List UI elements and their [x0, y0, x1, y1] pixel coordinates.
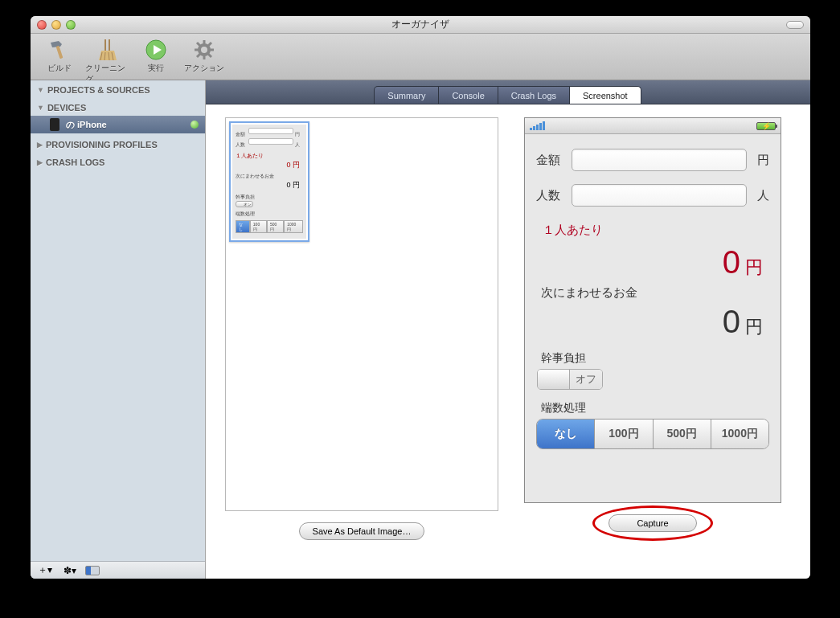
- rounding-segmented-control: なし100円500円1000円: [536, 419, 769, 449]
- switch-state-label: オフ: [570, 370, 602, 389]
- device-screen-preview: ⚡ 金額 円 人数 人: [524, 117, 781, 503]
- view-toggle-icon[interactable]: [85, 566, 100, 575]
- toolbar-toggle-pill[interactable]: [786, 21, 804, 29]
- svg-line-17: [208, 43, 211, 46]
- add-button[interactable]: ＋▾: [35, 563, 55, 577]
- svg-rect-2: [104, 39, 106, 51]
- organizer-burden-label: 幹事負担: [541, 351, 769, 366]
- toolbar: ビルド クリーニング 実行 アクション: [31, 34, 810, 80]
- status-dot-icon: [191, 121, 199, 129]
- toolbar-clean[interactable]: クリーニング: [85, 37, 130, 85]
- ios-status-bar: ⚡: [525, 118, 781, 134]
- sidebar-group-provisioning[interactable]: ▶PROVISIONING PROFILES: [31, 135, 205, 153]
- sidebar: ▼PROJECTS & SOURCES ▼DEVICES の iPhone ▶P…: [31, 80, 206, 579]
- toolbar-action[interactable]: アクション: [182, 37, 227, 74]
- titlebar[interactable]: オーガナイザ: [31, 16, 810, 34]
- disclosure-down-icon: ▼: [37, 104, 44, 112]
- svg-marker-0: [51, 41, 62, 47]
- svg-line-16: [208, 54, 211, 57]
- signal-icon: [530, 121, 545, 130]
- amount-field: 金額 円: [536, 149, 769, 171]
- tab-console[interactable]: Console: [438, 86, 498, 104]
- iphone-icon: [50, 118, 59, 131]
- main-content: SummaryConsoleCrash LogsScreenshot 金額 円 …: [206, 80, 810, 579]
- disclosure-right-icon: ▶: [37, 141, 43, 149]
- broom-icon: [95, 37, 121, 63]
- toolbar-label: 実行: [148, 63, 164, 74]
- toolbar-label: アクション: [184, 63, 224, 74]
- svg-line-18: [197, 54, 200, 57]
- svg-rect-1: [56, 46, 64, 59]
- disclosure-down-icon: ▼: [37, 86, 44, 94]
- window-title: オーガナイザ: [31, 18, 810, 31]
- screenshot-thumbnail-area[interactable]: 金額 円 人数 人 １人あたり 0 円 次にまわせるお金 0 円 幹事負担 端数…: [225, 117, 498, 511]
- save-default-image-button[interactable]: Save As Default Image…: [299, 522, 425, 540]
- tab-bar: SummaryConsoleCrash LogsScreenshot: [206, 80, 810, 104]
- amount-input[interactable]: [572, 149, 747, 171]
- hammer-icon: [47, 37, 72, 63]
- toolbar-run[interactable]: 実行: [133, 37, 178, 74]
- battery-icon: ⚡: [756, 122, 776, 130]
- rounding-option[interactable]: 500円: [653, 420, 711, 448]
- sidebar-group-projects[interactable]: ▼PROJECTS & SOURCES: [31, 80, 205, 98]
- sidebar-group-devices[interactable]: ▼DEVICES: [31, 98, 205, 116]
- disclosure-right-icon: ▶: [37, 158, 43, 166]
- tab-crash-logs[interactable]: Crash Logs: [498, 86, 570, 104]
- action-gear-button[interactable]: ✽▾: [61, 565, 79, 576]
- thumbnail-preview: 金額 円 人数 人 １人あたり 0 円 次にまわせるお金 0 円 幹事負担 端数…: [232, 125, 306, 239]
- rounding-option[interactable]: 100円: [594, 420, 652, 448]
- svg-line-15: [197, 43, 200, 46]
- toolbar-build[interactable]: ビルド: [37, 37, 82, 74]
- people-field: 人数 人: [536, 184, 769, 207]
- carry-value: 0円: [536, 304, 769, 340]
- per-person-label: １人あたり: [543, 223, 769, 238]
- tab-summary[interactable]: Summary: [374, 86, 439, 104]
- sidebar-group-crashlogs[interactable]: ▶CRASH LOGS: [31, 153, 205, 170]
- rounding-label: 端数処理: [541, 401, 769, 415]
- per-person-value: 0円: [536, 244, 769, 280]
- play-icon: [143, 37, 169, 63]
- svg-rect-3: [109, 39, 110, 51]
- rounding-option[interactable]: なし: [537, 420, 594, 448]
- device-name: の iPhone: [66, 119, 107, 131]
- gear-icon: [191, 37, 217, 63]
- svg-point-10: [199, 45, 209, 55]
- carry-label: 次にまわせるお金: [541, 285, 769, 301]
- sidebar-footer: ＋▾ ✽▾: [31, 561, 205, 579]
- screenshot-thumbnail[interactable]: 金額 円 人数 人 １人あたり 0 円 次にまわせるお金 0 円 幹事負担 端数…: [229, 121, 309, 242]
- organizer-window: オーガナイザ ビルド クリーニング 実行 アクション: [31, 16, 810, 579]
- tab-screenshot[interactable]: Screenshot: [569, 86, 641, 104]
- sidebar-device-item[interactable]: の iPhone: [31, 116, 205, 133]
- people-input[interactable]: [572, 184, 747, 207]
- capture-button[interactable]: Capture: [608, 514, 696, 532]
- switch-knob: [538, 370, 570, 389]
- toolbar-label: ビルド: [47, 63, 72, 74]
- rounding-option[interactable]: 1000円: [711, 420, 768, 448]
- organizer-burden-switch[interactable]: オフ: [537, 369, 603, 390]
